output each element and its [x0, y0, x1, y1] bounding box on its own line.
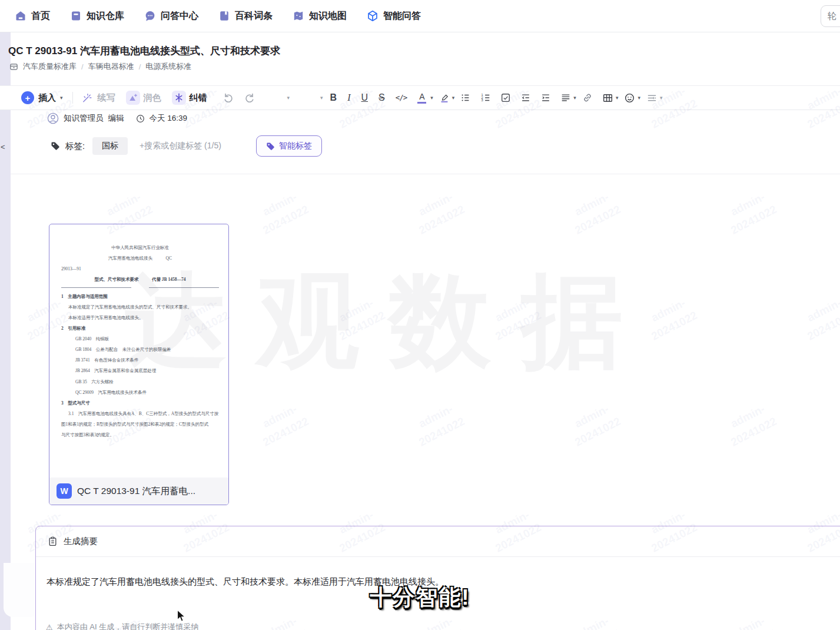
summary-title: 生成摘要	[64, 536, 98, 547]
home-icon	[15, 10, 26, 22]
line-spacing-button[interactable]: ▾	[646, 92, 663, 104]
nav-label: 百科词条	[235, 10, 273, 22]
sparkle-icon	[172, 91, 186, 105]
smart-tag-button[interactable]: 智能标签	[256, 135, 322, 157]
attachment-footer: W QC T 29013-91 汽车用蓄电...	[49, 478, 228, 505]
font-color-bar	[417, 102, 426, 104]
author-action: 编辑	[108, 113, 124, 124]
table-button[interactable]: ▾	[602, 92, 619, 104]
ai-correct-label: 纠错	[190, 92, 207, 104]
redo-button[interactable]	[244, 92, 255, 104]
ai-continue-button[interactable]: 续写	[80, 91, 115, 105]
nav-label: 知识仓库	[87, 10, 124, 22]
ai-generated-note: ⚠ 本内容由 AI 生成，请自行判断并谨慎采纳	[46, 622, 198, 630]
attachment-filename: QC T 29013-91 汽车用蓄电...	[77, 485, 195, 498]
chevron-down-icon: ▾	[573, 95, 576, 101]
document-meta: 知识管理员 编辑 今天 16:39	[47, 112, 187, 124]
paragraph-style-dropdown[interactable]: ▾	[287, 95, 290, 101]
numbered-list-button[interactable]: 123	[480, 92, 491, 103]
chat-bubble-icon	[144, 10, 156, 22]
bullet-list-button[interactable]	[460, 92, 471, 103]
breadcrumb-separator: /	[81, 62, 84, 71]
emoji-button[interactable]: ▾	[624, 92, 640, 104]
indent-button[interactable]	[540, 92, 551, 103]
tag-icon	[51, 141, 60, 151]
breadcrumb-item[interactable]: 汽车质量标准库	[23, 61, 77, 72]
undo-button[interactable]	[223, 92, 234, 104]
left-sidebar-strip	[0, 32, 11, 630]
nav-label: 智能问答	[383, 10, 421, 22]
insert-label: 插入	[38, 92, 56, 104]
checklist-button[interactable]	[500, 92, 511, 103]
left-floating-panel	[4, 563, 40, 617]
nav-item-wiki-entries[interactable]: 百科词条	[208, 0, 283, 32]
bold-button[interactable]: B	[330, 93, 337, 102]
align-button[interactable]: ▾	[560, 92, 576, 103]
nav-label: 首页	[31, 10, 50, 22]
chevron-down-icon: ▾	[452, 95, 455, 101]
strikethrough-button[interactable]: S	[379, 93, 385, 102]
corner-button-partial[interactable]: 轮	[821, 5, 840, 27]
word-doc-icon: W	[57, 483, 72, 499]
avatar	[47, 112, 59, 124]
outdent-button[interactable]	[520, 92, 531, 103]
chevron-down-icon: ▾	[660, 95, 663, 101]
font-size-dropdown[interactable]: ▾	[320, 95, 323, 101]
edit-time: 今天 16:39	[150, 113, 188, 124]
map-icon	[293, 10, 304, 22]
ai-polish-button[interactable]: 润色	[126, 91, 161, 105]
breadcrumb: 汽车质量标准库 / 车辆电器标准 / 电源系统标准	[9, 61, 191, 72]
library-icon	[9, 62, 18, 71]
ai-continue-label: 续写	[98, 92, 115, 104]
link-button[interactable]	[582, 92, 593, 103]
font-color-letter: A	[419, 92, 424, 101]
smart-tag-label: 智能标签	[279, 141, 312, 151]
mountain-icon	[126, 91, 140, 105]
doc-preview: 中华人民共和国汽车行业标准汽车用蓄电池电线接头 QC29013—91型式、尺寸和…	[49, 224, 228, 478]
chevron-down-icon: ▾	[638, 95, 640, 101]
summary-body: 本标准规定了汽车用蓄电池电线接头的型式、尺寸和技术要求。本标准适用于汽车用蓄电池…	[36, 557, 840, 588]
tag-add-input[interactable]: +搜索或创建标签 (1/5)	[140, 141, 221, 151]
italic-button[interactable]: I	[347, 93, 350, 102]
collapse-sidebar-chevron[interactable]: <	[1, 142, 5, 151]
nav-item-qa-center[interactable]: 问答中心	[134, 0, 208, 32]
smart-tag-icon	[266, 142, 275, 151]
tag-chip[interactable]: 国标	[92, 137, 128, 155]
ai-polish-label: 润色	[144, 92, 161, 104]
ai-note-text: 本内容由 AI 生成，请自行判断并谨慎采纳	[57, 622, 199, 630]
tag-row-label: 标签:	[65, 141, 85, 152]
breadcrumb-separator: /	[139, 62, 141, 71]
ai-cube-icon	[367, 10, 379, 22]
code-button[interactable]: </>	[396, 94, 407, 102]
attachment-card[interactable]: 中华人民共和国汽车行业标准汽车用蓄电池电线接头 QC29013—91型式、尺寸和…	[49, 224, 229, 505]
content-divider	[11, 174, 840, 174]
warning-icon: ⚠	[46, 623, 53, 630]
font-color-button[interactable]: A ▾	[412, 92, 433, 104]
summary-clipboard-icon	[48, 536, 58, 546]
breadcrumb-item[interactable]: 电源系统标准	[145, 61, 191, 72]
toolbar-divider	[72, 92, 73, 104]
nav-item-knowledge-repo[interactable]: 知识仓库	[60, 0, 134, 32]
nav-item-home[interactable]: 首页	[5, 0, 60, 32]
highlight-pen-icon	[439, 92, 450, 103]
chevron-down-icon: ▾	[60, 95, 63, 101]
corner-button-label: 轮	[828, 11, 836, 22]
highlight-button[interactable]: ▾	[439, 92, 455, 103]
editor-toolbar: + 插入 ▾ 续写 润色 纠错 ▾	[0, 85, 840, 110]
nav-label: 问答中心	[161, 10, 198, 22]
nav-item-knowledge-map[interactable]: 知识地图	[283, 0, 357, 32]
clock-icon	[136, 114, 145, 123]
tag-row: 标签: 国标 +搜索或创建标签 (1/5) 智能标签	[51, 135, 322, 157]
top-nav: 首页 知识仓库 问答中心 百科词条 知识地图	[0, 0, 840, 32]
summary-panel: 生成摘要 本标准规定了汽车用蓄电池电线接头的型式、尺寸和技术要求。本标准适用于汽…	[35, 526, 840, 630]
magic-wand-icon	[80, 91, 94, 105]
underline-button[interactable]: U	[361, 93, 368, 102]
insert-button[interactable]: + 插入 ▾	[21, 91, 63, 104]
author-name: 知识管理员	[64, 113, 104, 124]
page-title: QC T 29013-91 汽车用蓄电池电线接头型式、尺寸和技术要求	[8, 44, 280, 58]
breadcrumb-item[interactable]: 车辆电器标准	[88, 61, 134, 72]
svg-text:3: 3	[482, 98, 483, 102]
nav-item-ai-qa[interactable]: 智能问答	[357, 0, 431, 32]
chevron-down-icon: ▾	[616, 95, 619, 101]
ai-correct-button[interactable]: 纠错	[172, 91, 207, 105]
